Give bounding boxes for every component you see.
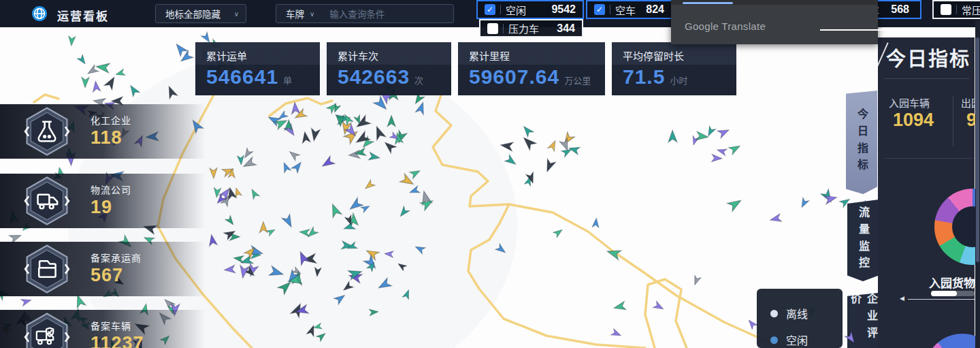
filter-label: 常压车 <box>962 3 980 17</box>
sidebar-item-value: 118 <box>91 127 122 148</box>
checkbox-icon[interactable] <box>941 4 951 15</box>
stat-card-value: 59607.64 <box>469 65 559 89</box>
legend-item-idle: 空闲 <box>770 332 843 348</box>
divider <box>956 5 957 14</box>
scrollbar-thumb[interactable] <box>976 37 979 262</box>
sidebar-item-logistics[interactable]: 物流公司 19 <box>0 174 206 228</box>
legend-label: 空闲 <box>786 332 808 348</box>
chevron-down-icon: ∨ <box>310 10 314 18</box>
metric-label: 入园车辆 <box>889 95 930 110</box>
sidebar-item-value: 11237 <box>91 333 144 348</box>
filter-idle[interactable]: ✓ 空闲 9542 <box>476 0 584 19</box>
metric-value: 1094 <box>893 110 934 131</box>
carousel-axis-line <box>908 299 975 300</box>
vehicle-marker[interactable] <box>843 330 859 346</box>
divider <box>885 158 975 159</box>
sidebar-item-label: 备案承运商 <box>91 251 142 264</box>
stat-card-title: 累计车次 <box>327 42 451 63</box>
stat-card-value: 542663 <box>338 65 410 89</box>
plate-search-box[interactable]: 车牌 ∨ 输入查询条件 <box>276 4 454 23</box>
popup-progress-bar <box>683 2 733 4</box>
filter-count: 9542 <box>551 3 576 16</box>
archive-icon <box>20 244 74 294</box>
cargo-section-title: 入园货物 <box>929 274 975 291</box>
legend-label: 离线 <box>786 305 808 321</box>
google-translate-popup[interactable]: Google Translate <box>671 0 878 44</box>
stat-card-unit: 单 <box>283 74 292 86</box>
panel-title: 今日指标 <box>886 43 970 72</box>
stat-card-dwell-time: 平均停留时长 71.5 小时 <box>612 42 736 95</box>
filter-count: 344 <box>557 22 575 35</box>
tab-traffic-monitor[interactable]: 流量监控 <box>847 200 879 281</box>
divider <box>500 5 501 14</box>
filter-box-edge <box>820 29 922 31</box>
stat-card-unit: 小时 <box>670 74 687 86</box>
truck-icon <box>20 176 74 226</box>
sidebar-item-chemical[interactable]: 化工企业 118 <box>0 104 206 159</box>
app-title: 运营看板 <box>57 7 109 24</box>
legend-item-offline: 离线 <box>770 305 843 321</box>
tab-label: 流量监控 <box>855 206 871 274</box>
stat-card-unit: 万公里 <box>564 74 591 86</box>
stat-card-title: 累计运单 <box>195 42 320 63</box>
stat-cards-row: 累计运单 546641 单 累计车次 542663 次 累计里程 59607.6… <box>195 42 743 95</box>
carousel-scrollbar[interactable] <box>931 291 975 296</box>
stat-card-mileage: 累计里程 59607.64 万公里 <box>458 42 605 95</box>
sidebar-item-label: 化工企业 <box>91 113 131 127</box>
chevron-down-icon: ∨ <box>234 10 239 18</box>
filter-pressure-truck[interactable]: 压力车 344 <box>479 19 583 37</box>
popup-title: Google Translate <box>685 20 766 32</box>
plate-dropdown-label: 车牌 <box>286 7 304 20</box>
sidebar-item-label: 物流公司 <box>91 183 131 196</box>
operations-dashboard: 化工企业 118 物流公司 19 备案承运 <box>0 0 980 348</box>
landmark-dropdown-label: 地标全部隐藏 <box>165 7 220 20</box>
search-input[interactable]: 输入查询条件 <box>329 7 385 20</box>
cargo-donut-chart[interactable] <box>934 189 980 265</box>
filter-label: 压力车 <box>508 21 539 35</box>
truck-shield-icon <box>20 312 74 348</box>
marker-legend: 离线 空闲 <box>757 289 843 348</box>
cargo-donut-chart-2[interactable] <box>924 334 980 348</box>
divider <box>885 78 969 79</box>
stat-card-value: 71.5 <box>623 65 665 89</box>
sidebar-item-label: 备案车辆 <box>91 319 131 332</box>
filter-count: 824 <box>646 3 664 16</box>
filter-empty-truck[interactable]: ✓ 空车 824 <box>586 0 672 19</box>
stat-card-value: 546641 <box>206 65 278 89</box>
landmark-dropdown[interactable]: 地标全部隐藏 ∨ <box>155 4 246 23</box>
filter-label: 空闲 <box>506 3 526 17</box>
stat-card-title: 平均停留时长 <box>612 42 736 63</box>
divider <box>610 5 610 14</box>
divider <box>953 95 953 146</box>
legend-dot <box>770 336 778 344</box>
sidebar-item-vehicles[interactable]: 备案车辆 11237 <box>0 310 206 348</box>
tab-label: 今日指标 <box>853 108 870 176</box>
scrollbar-thumb[interactable] <box>931 291 957 296</box>
globe-icon <box>31 5 48 22</box>
stat-card-title: 累计里程 <box>458 42 605 63</box>
stat-card-unit: 次 <box>414 74 423 86</box>
tab-today-metrics[interactable]: 今日指标 <box>846 91 877 194</box>
sidebar-item-value: 567 <box>91 265 123 286</box>
checkbox-icon[interactable]: ✓ <box>594 4 605 15</box>
filter-count: 568 <box>891 3 909 16</box>
stat-card-waybills: 累计运单 546641 单 <box>195 42 320 95</box>
divider <box>503 24 504 33</box>
legend-dot <box>770 310 778 317</box>
flask-icon <box>20 106 74 157</box>
sidebar-item-carriers[interactable]: 备案承运商 567 <box>0 242 206 296</box>
carousel-prev-arrow[interactable]: ◀ <box>900 295 904 302</box>
filter-label: 空车 <box>615 3 636 17</box>
today-metrics-panel: 今日指标 入园车辆 1094 出园车辆 9 入园货物 ◀ <box>878 37 975 348</box>
filter-atmospheric-truck[interactable]: 常压车 <box>932 0 980 19</box>
checkbox-icon[interactable] <box>487 23 498 34</box>
checkbox-icon[interactable]: ✓ <box>485 4 495 15</box>
sidebar-item-value: 19 <box>91 197 112 218</box>
stat-card-trips: 累计车次 542663 次 <box>327 42 451 95</box>
page-scrollbar[interactable] <box>975 20 980 348</box>
